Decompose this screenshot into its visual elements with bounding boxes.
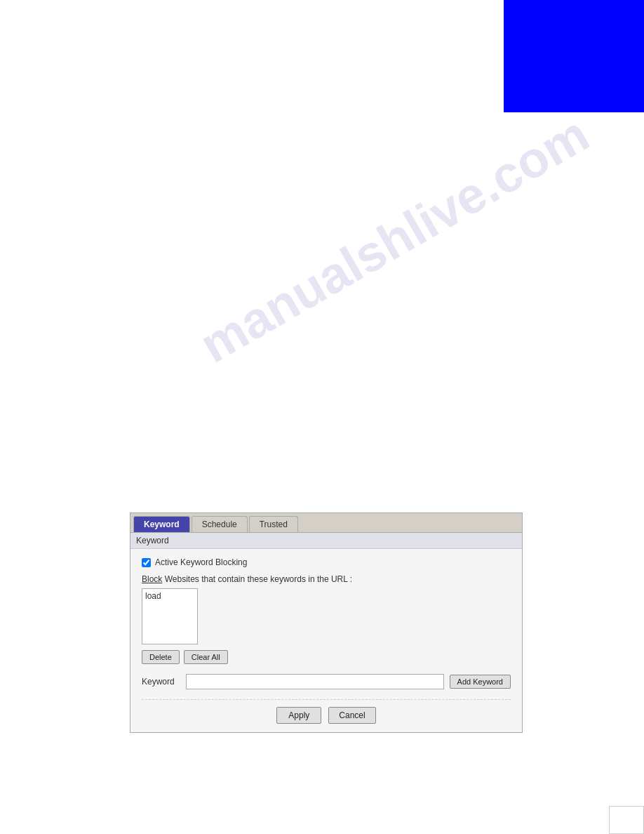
add-keyword-button[interactable]: Add Keyword [450,675,511,689]
delete-clearall-row: Delete Clear All [142,650,511,664]
block-description-suffix: Websites that contain these keywords in … [162,574,352,584]
active-keyword-blocking-checkbox[interactable] [142,558,151,567]
watermark: manualshlive.com [190,105,598,373]
dialog-body: Active Keyword Blocking Block Websites t… [130,549,522,732]
blue-corner-decoration [504,0,644,112]
divider [142,699,511,700]
active-keyword-blocking-row: Active Keyword Blocking [142,557,511,567]
keyword-field-label: Keyword [142,677,180,687]
keyword-input-row: Keyword Add Keyword [142,674,511,689]
action-row: Apply Cancel [142,707,511,724]
keyword-input[interactable] [186,674,444,689]
section-header: Keyword [130,533,522,549]
tab-schedule[interactable]: Schedule [192,516,248,532]
keyword-listbox[interactable]: load [142,588,198,644]
list-item: load [144,590,196,602]
tab-trusted[interactable]: Trusted [249,516,298,532]
block-description: Block Websites that contain these keywor… [142,574,511,584]
tab-bar: Keyword Schedule Trusted [130,513,522,533]
block-word: Block [142,574,162,584]
tab-keyword[interactable]: Keyword [133,516,190,532]
keyword-dialog: Keyword Schedule Trusted Keyword Active … [130,512,523,733]
apply-button[interactable]: Apply [276,707,321,724]
page-number-box [609,806,644,834]
clear-all-button[interactable]: Clear All [184,650,228,664]
delete-button[interactable]: Delete [142,650,180,664]
cancel-button[interactable]: Cancel [328,707,375,724]
active-keyword-blocking-label: Active Keyword Blocking [155,557,247,567]
